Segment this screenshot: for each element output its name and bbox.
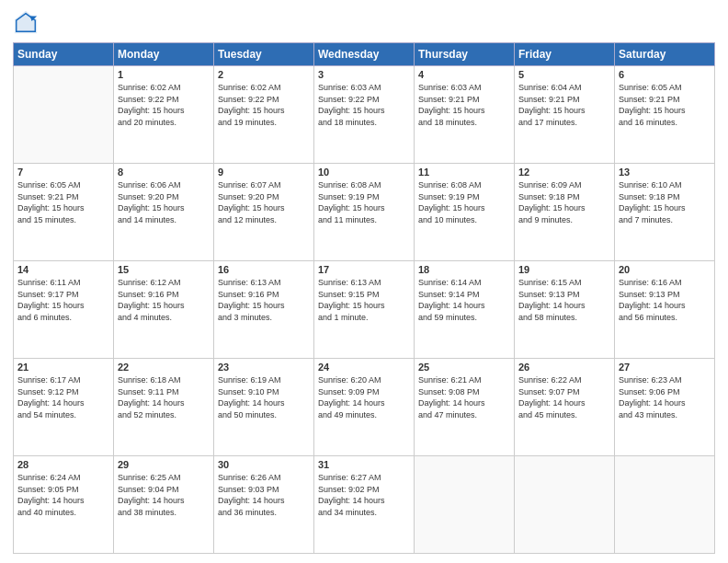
calendar-cell: 28Sunrise: 6:24 AM Sunset: 9:05 PM Dayli…	[14, 456, 114, 554]
calendar-cell	[615, 456, 715, 554]
day-header-sunday: Sunday	[14, 43, 114, 66]
calendar-cell: 1Sunrise: 6:02 AM Sunset: 9:22 PM Daylig…	[114, 66, 214, 164]
day-info: Sunrise: 6:10 AM Sunset: 9:18 PM Dayligh…	[619, 179, 711, 225]
calendar-cell: 13Sunrise: 6:10 AM Sunset: 9:18 PM Dayli…	[615, 164, 715, 261]
page: SundayMondayTuesdayWednesdayThursdayFrid…	[0, 0, 728, 563]
calendar-cell: 5Sunrise: 6:04 AM Sunset: 9:21 PM Daylig…	[515, 66, 615, 164]
day-number: 28	[17, 459, 109, 470]
calendar-cell: 26Sunrise: 6:22 AM Sunset: 9:07 PM Dayli…	[515, 359, 615, 456]
day-number: 31	[318, 459, 410, 470]
day-number: 26	[518, 362, 610, 373]
day-number: 7	[17, 167, 109, 178]
day-info: Sunrise: 6:11 AM Sunset: 9:17 PM Dayligh…	[17, 277, 109, 323]
calendar-cell: 19Sunrise: 6:15 AM Sunset: 9:13 PM Dayli…	[515, 261, 615, 359]
calendar-cell: 30Sunrise: 6:26 AM Sunset: 9:03 PM Dayli…	[214, 456, 314, 554]
day-info: Sunrise: 6:25 AM Sunset: 9:04 PM Dayligh…	[118, 472, 210, 518]
day-number: 13	[619, 167, 711, 178]
day-number: 27	[619, 362, 711, 373]
day-number: 3	[318, 69, 410, 80]
day-info: Sunrise: 6:20 AM Sunset: 9:09 PM Dayligh…	[318, 374, 410, 420]
day-info: Sunrise: 6:22 AM Sunset: 9:07 PM Dayligh…	[518, 374, 610, 420]
calendar-cell: 10Sunrise: 6:08 AM Sunset: 9:19 PM Dayli…	[314, 164, 415, 261]
calendar-cell	[515, 456, 615, 554]
calendar-cell: 31Sunrise: 6:27 AM Sunset: 9:02 PM Dayli…	[314, 456, 415, 554]
day-info: Sunrise: 6:14 AM Sunset: 9:14 PM Dayligh…	[418, 277, 510, 323]
calendar-cell: 27Sunrise: 6:23 AM Sunset: 9:06 PM Dayli…	[615, 359, 715, 456]
day-info: Sunrise: 6:08 AM Sunset: 9:19 PM Dayligh…	[418, 179, 510, 225]
day-number: 5	[518, 69, 610, 80]
day-header-monday: Monday	[114, 43, 214, 66]
calendar-cell: 16Sunrise: 6:13 AM Sunset: 9:16 PM Dayli…	[214, 261, 314, 359]
calendar-week-4: 28Sunrise: 6:24 AM Sunset: 9:05 PM Dayli…	[14, 456, 715, 554]
calendar-cell	[415, 456, 515, 554]
day-info: Sunrise: 6:05 AM Sunset: 9:21 PM Dayligh…	[619, 82, 711, 128]
day-number: 22	[118, 362, 210, 373]
day-number: 4	[418, 69, 510, 80]
day-info: Sunrise: 6:02 AM Sunset: 9:22 PM Dayligh…	[218, 82, 310, 128]
day-info: Sunrise: 6:18 AM Sunset: 9:11 PM Dayligh…	[118, 374, 210, 420]
day-number: 11	[418, 167, 510, 178]
day-info: Sunrise: 6:19 AM Sunset: 9:10 PM Dayligh…	[218, 374, 310, 420]
calendar-cell: 2Sunrise: 6:02 AM Sunset: 9:22 PM Daylig…	[214, 66, 314, 164]
day-number: 24	[318, 362, 410, 373]
day-info: Sunrise: 6:12 AM Sunset: 9:16 PM Dayligh…	[118, 277, 210, 323]
day-number: 8	[118, 167, 210, 178]
calendar-cell: 18Sunrise: 6:14 AM Sunset: 9:14 PM Dayli…	[415, 261, 515, 359]
day-number: 17	[318, 264, 410, 275]
day-info: Sunrise: 6:23 AM Sunset: 9:06 PM Dayligh…	[619, 374, 711, 420]
day-number: 1	[118, 69, 210, 80]
day-info: Sunrise: 6:03 AM Sunset: 9:22 PM Dayligh…	[318, 82, 410, 128]
day-info: Sunrise: 6:17 AM Sunset: 9:12 PM Dayligh…	[17, 374, 109, 420]
calendar-cell: 4Sunrise: 6:03 AM Sunset: 9:21 PM Daylig…	[415, 66, 515, 164]
calendar-cell: 11Sunrise: 6:08 AM Sunset: 9:19 PM Dayli…	[415, 164, 515, 261]
calendar-cell: 9Sunrise: 6:07 AM Sunset: 9:20 PM Daylig…	[214, 164, 314, 261]
day-number: 21	[17, 362, 109, 373]
calendar-cell: 12Sunrise: 6:09 AM Sunset: 9:18 PM Dayli…	[515, 164, 615, 261]
calendar-cell	[14, 66, 114, 164]
day-info: Sunrise: 6:04 AM Sunset: 9:21 PM Dayligh…	[518, 82, 610, 128]
day-header-friday: Friday	[515, 43, 615, 66]
day-info: Sunrise: 6:16 AM Sunset: 9:13 PM Dayligh…	[619, 277, 711, 323]
calendar-cell: 8Sunrise: 6:06 AM Sunset: 9:20 PM Daylig…	[114, 164, 214, 261]
header-row: SundayMondayTuesdayWednesdayThursdayFrid…	[14, 43, 715, 66]
day-number: 19	[518, 264, 610, 275]
calendar-cell: 17Sunrise: 6:13 AM Sunset: 9:15 PM Dayli…	[314, 261, 415, 359]
day-header-tuesday: Tuesday	[214, 43, 314, 66]
day-number: 20	[619, 264, 711, 275]
header	[13, 9, 715, 35]
day-info: Sunrise: 6:02 AM Sunset: 9:22 PM Dayligh…	[118, 82, 210, 128]
calendar-week-1: 7Sunrise: 6:05 AM Sunset: 9:21 PM Daylig…	[14, 164, 715, 261]
calendar-cell: 14Sunrise: 6:11 AM Sunset: 9:17 PM Dayli…	[14, 261, 114, 359]
day-info: Sunrise: 6:27 AM Sunset: 9:02 PM Dayligh…	[318, 472, 410, 518]
day-number: 10	[318, 167, 410, 178]
calendar-cell: 23Sunrise: 6:19 AM Sunset: 9:10 PM Dayli…	[214, 359, 314, 456]
day-number: 30	[218, 459, 310, 470]
day-info: Sunrise: 6:03 AM Sunset: 9:21 PM Dayligh…	[418, 82, 510, 128]
day-info: Sunrise: 6:05 AM Sunset: 9:21 PM Dayligh…	[17, 179, 109, 225]
day-number: 16	[218, 264, 310, 275]
day-number: 15	[118, 264, 210, 275]
calendar-cell: 15Sunrise: 6:12 AM Sunset: 9:16 PM Dayli…	[114, 261, 214, 359]
logo	[13, 9, 42, 35]
day-number: 14	[17, 264, 109, 275]
day-header-thursday: Thursday	[415, 43, 515, 66]
day-number: 6	[619, 69, 711, 80]
day-number: 12	[518, 167, 610, 178]
day-info: Sunrise: 6:24 AM Sunset: 9:05 PM Dayligh…	[17, 472, 109, 518]
calendar-cell: 29Sunrise: 6:25 AM Sunset: 9:04 PM Dayli…	[114, 456, 214, 554]
day-number: 29	[118, 459, 210, 470]
day-info: Sunrise: 6:13 AM Sunset: 9:16 PM Dayligh…	[218, 277, 310, 323]
calendar-cell: 22Sunrise: 6:18 AM Sunset: 9:11 PM Dayli…	[114, 359, 214, 456]
calendar-cell: 24Sunrise: 6:20 AM Sunset: 9:09 PM Dayli…	[314, 359, 415, 456]
day-number: 2	[218, 69, 310, 80]
logo-icon	[13, 9, 39, 35]
calendar-week-3: 21Sunrise: 6:17 AM Sunset: 9:12 PM Dayli…	[14, 359, 715, 456]
calendar-table: SundayMondayTuesdayWednesdayThursdayFrid…	[13, 42, 715, 554]
day-info: Sunrise: 6:08 AM Sunset: 9:19 PM Dayligh…	[318, 179, 410, 225]
day-info: Sunrise: 6:09 AM Sunset: 9:18 PM Dayligh…	[518, 179, 610, 225]
calendar-week-0: 1Sunrise: 6:02 AM Sunset: 9:22 PM Daylig…	[14, 66, 715, 164]
day-info: Sunrise: 6:26 AM Sunset: 9:03 PM Dayligh…	[218, 472, 310, 518]
day-number: 23	[218, 362, 310, 373]
calendar-week-2: 14Sunrise: 6:11 AM Sunset: 9:17 PM Dayli…	[14, 261, 715, 359]
calendar-cell: 3Sunrise: 6:03 AM Sunset: 9:22 PM Daylig…	[314, 66, 415, 164]
